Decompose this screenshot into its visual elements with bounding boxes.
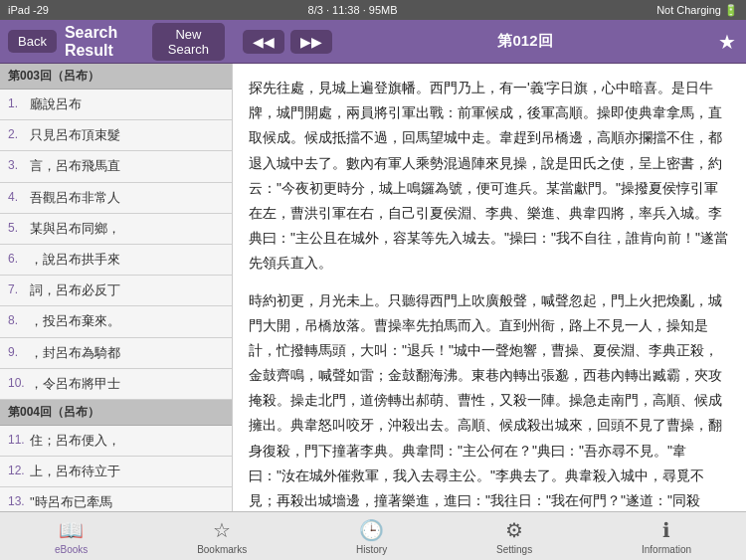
nav-controls: ◀◀ ▶▶ — [243, 30, 332, 54]
tab-label: Settings — [496, 544, 532, 555]
new-search-button[interactable]: New Search — [152, 23, 225, 61]
prev-button[interactable]: ◀◀ — [243, 30, 284, 54]
section-header: 第004回（呂布） — [0, 400, 232, 426]
status-right: Not Charging 🔋 — [656, 4, 738, 17]
tab-item-bookmarks[interactable]: ☆Bookmarks — [185, 514, 259, 559]
reading-paragraph: 時約初更，月光未上。只聽得西門上吹廣般聲，喊聲忽起，門上火把煥亂，城門大開，吊橋… — [249, 288, 730, 512]
result-number: 13. — [8, 493, 30, 508]
section-header: 第003回（呂布） — [0, 64, 232, 90]
nav-left: Back Search Result New Search — [0, 23, 233, 61]
tab-label: eBooks — [55, 544, 88, 555]
result-text: "時呂布已牽馬 — [30, 493, 112, 511]
result-number: 2. — [8, 126, 30, 141]
list-item[interactable]: 6.，說呂布拱手來 — [0, 245, 232, 276]
tab-label: History — [356, 544, 387, 555]
tab-label: Bookmarks — [197, 544, 247, 555]
result-text: ，令呂布將甲士 — [30, 375, 120, 393]
tab-bar: 📖eBooks☆Bookmarks🕒History⚙SettingsℹInfor… — [0, 511, 746, 560]
ebooks-icon: 📖 — [59, 518, 84, 542]
nav-bar: Back Search Result New Search ◀◀ ▶▶ 第012… — [0, 20, 746, 64]
list-item[interactable]: 13."時呂布已牽馬 — [0, 487, 232, 511]
status-left: iPad -29 — [8, 4, 49, 16]
list-item[interactable]: 10.，令呂布將甲士 — [0, 369, 232, 400]
history-icon: 🕒 — [359, 518, 384, 542]
tab-label: Information — [642, 544, 691, 555]
result-number: 11. — [8, 432, 30, 447]
nav-right: ◀◀ ▶▶ 第012回 ★ — [233, 30, 746, 54]
tab-item-ebooks[interactable]: 📖eBooks — [43, 514, 99, 559]
result-number: 10. — [8, 375, 30, 390]
result-number: 5. — [8, 220, 30, 235]
result-text: ，封呂布為騎都 — [30, 344, 120, 362]
list-item[interactable]: 7.詞，呂布必反丁 — [0, 276, 232, 306]
result-number: 1. — [8, 95, 30, 110]
list-item[interactable]: 8.，投呂布棄來。 — [0, 306, 232, 337]
list-item[interactable]: 5.某與呂布同鄉， — [0, 214, 232, 245]
result-text: 吾觀呂布非常人 — [30, 189, 120, 207]
result-number: 4. — [8, 189, 30, 204]
list-item[interactable]: 1.廳說呂布 — [0, 90, 232, 120]
list-item[interactable]: 11.住；呂布便入， — [0, 426, 232, 457]
tab-item-history[interactable]: 🕒History — [344, 514, 399, 559]
result-text: ，說呂布拱手來 — [30, 251, 120, 269]
result-number: 12. — [8, 463, 30, 477]
tab-item-settings[interactable]: ⚙Settings — [484, 514, 544, 559]
chapter-label: 第012回 — [497, 32, 552, 51]
settings-icon: ⚙ — [505, 518, 523, 542]
bookmarks-icon: ☆ — [213, 518, 231, 542]
next-button[interactable]: ▶▶ — [290, 30, 332, 54]
result-text: ，投呂布棄來。 — [30, 312, 120, 330]
result-number: 6. — [8, 251, 30, 266]
result-text: 住；呂布便入， — [30, 432, 120, 450]
list-item[interactable]: 2.只見呂布頂束髮 — [0, 120, 232, 151]
result-number: 3. — [8, 157, 30, 172]
back-button[interactable]: Back — [8, 30, 57, 53]
list-item[interactable]: 9.，封呂布為騎都 — [0, 338, 232, 369]
nav-title: Search Result — [65, 24, 144, 60]
result-text: 某與呂布同鄉， — [30, 220, 120, 238]
status-bar: iPad -29 8/3 · 11:38 · 95MB Not Charging… — [0, 0, 746, 20]
list-item[interactable]: 4.吾觀呂布非常人 — [0, 183, 232, 214]
status-center: 8/3 · 11:38 · 95MB — [308, 4, 398, 16]
right-panel: 探先往處，見城上遍登旗幡。西門乃上，有一'義'字日旗，心中暗喜。是日牛牌，城門開… — [233, 64, 746, 511]
result-text: 只見呂布頂束髮 — [30, 126, 120, 144]
tab-item-information[interactable]: ℹInformation — [630, 514, 703, 559]
result-text: 詞，呂布必反丁 — [30, 281, 120, 299]
result-number: 7. — [8, 281, 30, 296]
result-text: 言，呂布飛馬直 — [30, 157, 120, 175]
list-item[interactable]: 12.上，呂布待立于 — [0, 457, 232, 487]
result-text: 廳說呂布 — [30, 95, 82, 113]
information-icon: ℹ — [662, 518, 670, 542]
main-content: 第003回（呂布）1.廳說呂布2.只見呂布頂束髮3.言，呂布飛馬直4.吾觀呂布非… — [0, 64, 746, 511]
result-text: 上，呂布待立于 — [30, 463, 120, 480]
left-panel: 第003回（呂布）1.廳說呂布2.只見呂布頂束髮3.言，呂布飛馬直4.吾觀呂布非… — [0, 64, 233, 511]
reading-paragraph: 探先往處，見城上遍登旗幡。西門乃上，有一'義'字日旗，心中暗喜。是日牛牌，城門開… — [249, 76, 730, 277]
result-number: 8. — [8, 312, 30, 327]
result-number: 9. — [8, 344, 30, 359]
list-item[interactable]: 3.言，呂布飛馬直 — [0, 151, 232, 182]
bookmark-star-button[interactable]: ★ — [718, 30, 736, 54]
